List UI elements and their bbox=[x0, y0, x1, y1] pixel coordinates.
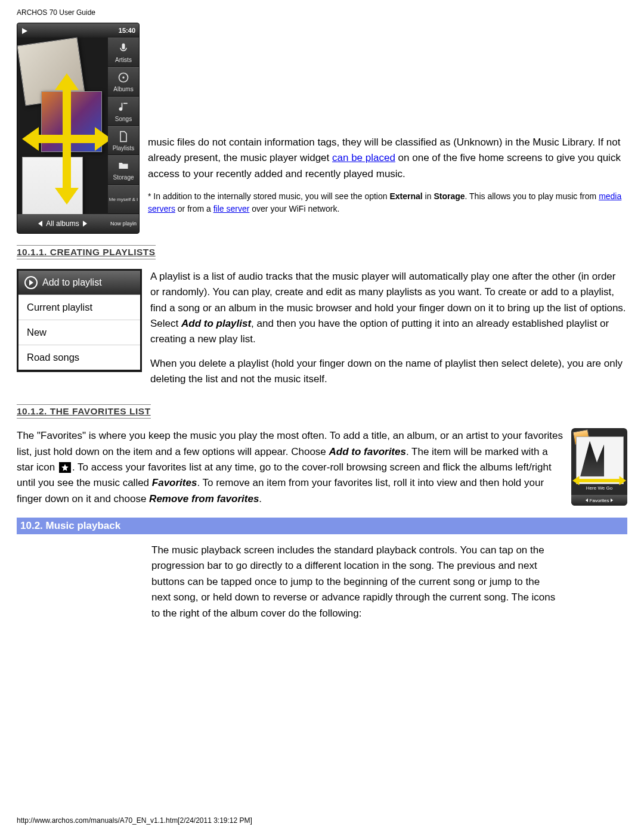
chevron-right-icon bbox=[83, 221, 87, 227]
emphasis-text: Remove from favorites bbox=[149, 493, 259, 504]
svg-marker-9 bbox=[572, 476, 579, 485]
bottom-bar-label: Favorites bbox=[590, 498, 609, 503]
album-cover bbox=[41, 91, 102, 152]
statusbar-time: 15:40 bbox=[119, 27, 135, 34]
chevron-left-icon bbox=[586, 498, 588, 502]
page-header: ARCHOS 70 User Guide bbox=[17, 8, 627, 17]
emphasis-text: Favorites bbox=[152, 477, 197, 488]
star-icon bbox=[59, 462, 71, 473]
album-covers-area bbox=[17, 38, 108, 214]
footnote-bold: Storage bbox=[434, 191, 465, 201]
playlist-option: New bbox=[18, 320, 140, 345]
play-indicator-icon bbox=[21, 26, 28, 34]
now-playing-tab: Now playin bbox=[108, 214, 139, 233]
can-be-placed-link[interactable]: can be placed bbox=[332, 152, 395, 163]
album-caption: Here We Go bbox=[571, 485, 627, 491]
note-icon bbox=[116, 100, 131, 114]
sidebar-item-label: Playlists bbox=[113, 145, 135, 151]
folder-icon bbox=[116, 159, 131, 173]
file-icon bbox=[116, 129, 131, 144]
emphasis-text: Add to playlist bbox=[181, 318, 251, 329]
footnote-text: * In addition to the internally stored m… bbox=[148, 191, 389, 201]
emphasis-text: Add to favorites bbox=[329, 446, 406, 457]
page-footer-url: http://www.archos.com/manuals/A70_EN_v1.… bbox=[17, 816, 252, 825]
footnote-text: over your WiFi network. bbox=[249, 204, 339, 213]
svg-rect-8 bbox=[577, 479, 622, 483]
footnote-text: . This allows you to play music from bbox=[465, 191, 599, 201]
music-playback-paragraph: The music playback screen includes the s… bbox=[151, 543, 557, 621]
sidebar-item-label: Artists bbox=[115, 57, 132, 63]
chevron-left-icon bbox=[38, 221, 42, 227]
file-server-link[interactable]: file server bbox=[213, 204, 250, 213]
playlist-option: Road songs bbox=[18, 345, 140, 370]
bottom-bar-label: All albums bbox=[46, 219, 79, 228]
footnote-text: in bbox=[423, 191, 434, 201]
sidebar-item-songs: Songs bbox=[108, 97, 139, 126]
sidebar-item-playlists: Playlists bbox=[108, 126, 139, 155]
sidebar-item-label: Albums bbox=[113, 86, 133, 92]
sidebar-item-label: Storage bbox=[113, 174, 134, 181]
subheading-favorites-list: 10.1.2. THE FAVORITES LIST bbox=[17, 404, 151, 419]
favorites-screenshot: Here We Go Favorites bbox=[571, 428, 627, 506]
section-music-playback: 10.2. Music playback bbox=[17, 518, 627, 534]
sidebar-item-artists: Artists bbox=[108, 38, 139, 67]
sidebar-item-albums: Albums bbox=[108, 67, 139, 96]
sidebar-item-label: Me myself & I bbox=[109, 197, 138, 202]
svg-point-7 bbox=[122, 77, 124, 79]
subheading-creating-playlists: 10.1.1. CREATING PLAYLISTS bbox=[17, 245, 156, 259]
screenshot-statusbar: 15:40 bbox=[17, 23, 139, 38]
mic-icon bbox=[116, 41, 131, 55]
album-cover bbox=[22, 157, 83, 218]
library-category-strip: Artists Albums Songs Playlists Storage M… bbox=[108, 38, 139, 214]
sidebar-item-nowplaying: Me myself & I bbox=[108, 185, 139, 214]
svg-marker-4 bbox=[22, 127, 39, 151]
sidebar-item-storage: Storage bbox=[108, 155, 139, 184]
disc-icon bbox=[116, 70, 131, 85]
footnote-bold: External bbox=[389, 191, 422, 201]
dialog-header: Add to playlist bbox=[18, 271, 140, 295]
sidebar-item-label: Songs bbox=[115, 116, 132, 122]
dialog-title: Add to playlist bbox=[42, 277, 102, 288]
playlist-option: Current playlist bbox=[18, 295, 140, 320]
add-to-playlist-dialog: Add to playlist Current playlist New Roa… bbox=[17, 269, 142, 372]
chevron-right-icon bbox=[611, 498, 613, 502]
screenshot-bottom-bar: All albums bbox=[17, 214, 108, 233]
paragraph-text: . bbox=[259, 493, 262, 504]
music-library-screenshot: 15:40 Artists A bbox=[17, 23, 140, 234]
playlist-add-icon bbox=[24, 276, 38, 289]
favorites-paragraph: The "Favorites" is where you keep the mu… bbox=[17, 428, 627, 507]
footnote-text: or from a bbox=[175, 204, 213, 213]
svg-marker-10 bbox=[620, 476, 626, 485]
favorites-bottom-bar: Favorites bbox=[571, 495, 627, 506]
